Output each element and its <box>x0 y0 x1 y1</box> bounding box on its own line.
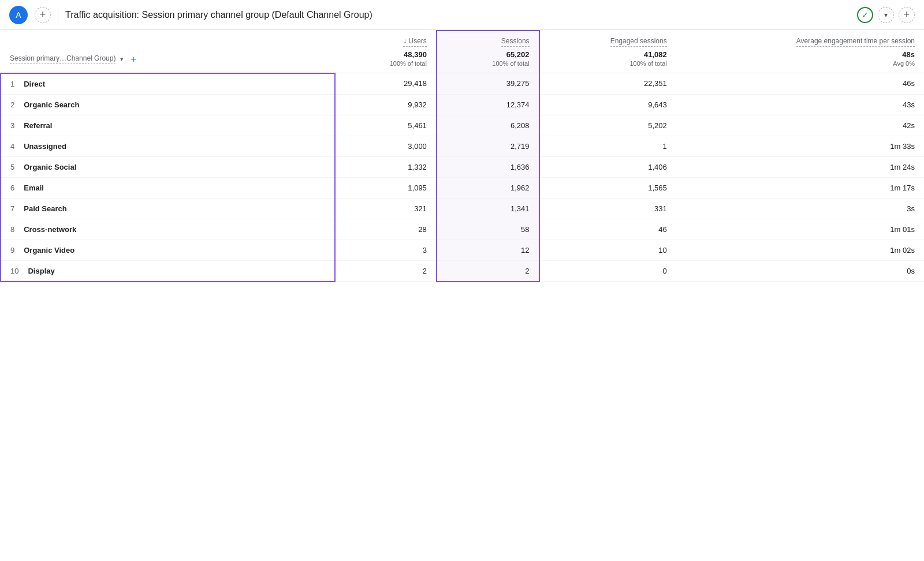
avg-engagement-label: Average engagement time per session <box>796 37 915 47</box>
row-name: Organic Video <box>24 246 74 255</box>
dimension-cell: 6Email <box>1 177 335 198</box>
users-pct: 100% of total <box>390 60 427 67</box>
row-rank: 2 <box>10 100 14 109</box>
row-name: Organic Search <box>24 100 79 109</box>
avg-engagement-cell: 46s <box>676 73 924 95</box>
avg-engagement-total: 48s <box>902 48 915 59</box>
add-report-button[interactable]: + <box>899 7 915 23</box>
table-row: 7Paid Search3211,3413313s <box>1 198 924 219</box>
dimension-dropdown-icon[interactable]: ▾ <box>120 55 124 63</box>
table-row: 6Email1,0951,9621,5651m 17s <box>1 177 924 198</box>
sessions-label: Sessions <box>501 37 530 47</box>
dimension-cell: 10Display <box>1 260 335 282</box>
row-rank: 7 <box>10 204 14 213</box>
add-tab-button[interactable]: + <box>35 7 51 23</box>
sessions-cell: 6,208 <box>437 115 539 136</box>
users-label: ↓ Users <box>403 37 427 47</box>
row-name: Referral <box>24 121 52 130</box>
table-row: 8Cross-network2858461m 01s <box>1 219 924 240</box>
avg-engagement-column-header: Average engagement time per session 48s … <box>676 31 924 73</box>
engaged-sessions-column-header: Engaged sessions 41,082 100% of total <box>539 31 676 73</box>
engaged-sessions-cell: 1 <box>539 136 676 156</box>
dimension-cell: 9Organic Video <box>1 240 335 260</box>
engaged-sessions-cell: 9,643 <box>539 94 676 115</box>
sessions-cell: 1,341 <box>437 198 539 219</box>
avg-engagement-cell: 42s <box>676 115 924 136</box>
row-rank: 5 <box>10 163 14 171</box>
sessions-cell: 2,719 <box>437 136 539 156</box>
engaged-sessions-cell: 46 <box>539 219 676 240</box>
users-total: 48,390 <box>404 48 427 59</box>
users-cell: 1,332 <box>335 156 437 177</box>
engaged-sessions-total: 41,082 <box>644 48 667 59</box>
sessions-pct: 100% of total <box>492 60 529 67</box>
sessions-cell: 1,636 <box>437 156 539 177</box>
data-table: Session primary…Channel Group) ▾ + ↓ Use… <box>0 30 924 282</box>
dropdown-arrow-button[interactable]: ▾ <box>878 7 894 23</box>
sessions-total: 65,202 <box>506 48 530 59</box>
engaged-sessions-cell: 5,202 <box>539 115 676 136</box>
dimension-cell: 3Referral <box>1 115 335 136</box>
row-name: Unassigned <box>24 142 66 151</box>
table-row: 4Unassigned3,0002,71911m 33s <box>1 136 924 156</box>
avg-engagement-cell: 1m 01s <box>676 219 924 240</box>
dimension-label: Session primary…Channel Group) <box>10 54 116 64</box>
users-cell: 3 <box>335 240 437 260</box>
users-cell: 29,418 <box>335 73 437 95</box>
dimension-cell: 5Organic Social <box>1 156 335 177</box>
users-cell: 5,461 <box>335 115 437 136</box>
table-row: 10Display2200s <box>1 260 924 282</box>
page-title: Traffic acquisition: Session primary cha… <box>65 10 850 20</box>
sessions-cell: 1,962 <box>437 177 539 198</box>
table-container: Session primary…Channel Group) ▾ + ↓ Use… <box>0 30 924 282</box>
sessions-cell: 12,374 <box>437 94 539 115</box>
row-name: Cross-network <box>24 225 76 234</box>
add-dimension-button[interactable]: + <box>131 54 136 65</box>
dimension-cell: 7Paid Search <box>1 198 335 219</box>
row-rank: 4 <box>10 142 14 151</box>
check-icon: ✓ <box>857 7 873 23</box>
table-row: 3Referral5,4616,2085,20242s <box>1 115 924 136</box>
avatar: A <box>9 6 28 24</box>
dimension-cell: 4Unassigned <box>1 136 335 156</box>
table-row: 2Organic Search9,93212,3749,64343s <box>1 94 924 115</box>
sort-down-icon: ↓ <box>403 37 407 45</box>
engaged-sessions-cell: 1,406 <box>539 156 676 177</box>
engaged-sessions-cell: 10 <box>539 240 676 260</box>
row-rank: 10 <box>10 267 18 275</box>
engaged-sessions-cell: 22,351 <box>539 73 676 95</box>
row-name: Email <box>24 184 44 192</box>
row-rank: 8 <box>10 225 14 234</box>
users-cell: 2 <box>335 260 437 282</box>
table-row: 5Organic Social1,3321,6361,4061m 24s <box>1 156 924 177</box>
users-cell: 3,000 <box>335 136 437 156</box>
dimension-cell: 2Organic Search <box>1 94 335 115</box>
users-cell: 9,932 <box>335 94 437 115</box>
users-cell: 321 <box>335 198 437 219</box>
row-name: Display <box>28 267 54 275</box>
sessions-cell: 2 <box>437 260 539 282</box>
avg-engagement-cell: 3s <box>676 198 924 219</box>
row-name: Direct <box>24 80 45 88</box>
engaged-sessions-pct: 100% of total <box>630 60 667 67</box>
users-column-header: ↓ Users 48,390 100% of total <box>335 31 437 73</box>
row-name: Paid Search <box>24 204 66 213</box>
sessions-cell: 12 <box>437 240 539 260</box>
header-actions: ✓ ▾ + <box>857 7 915 23</box>
row-rank: 6 <box>10 184 14 192</box>
engaged-sessions-cell: 1,565 <box>539 177 676 198</box>
avg-engagement-pct: Avg 0% <box>893 60 915 67</box>
engaged-sessions-label: Engaged sessions <box>610 37 667 47</box>
header-divider <box>58 7 58 23</box>
dimension-column-header: Session primary…Channel Group) ▾ + <box>1 31 335 73</box>
app-header: A + Traffic acquisition: Session primary… <box>0 0 924 30</box>
avg-engagement-cell: 0s <box>676 260 924 282</box>
sessions-cell: 39,275 <box>437 73 539 95</box>
dimension-cell: 1Direct <box>1 73 335 95</box>
table-row: 1Direct29,41839,27522,35146s <box>1 73 924 95</box>
avg-engagement-cell: 1m 33s <box>676 136 924 156</box>
row-name: Organic Social <box>24 163 76 171</box>
dimension-cell: 8Cross-network <box>1 219 335 240</box>
avg-engagement-cell: 43s <box>676 94 924 115</box>
row-rank: 3 <box>10 121 14 130</box>
